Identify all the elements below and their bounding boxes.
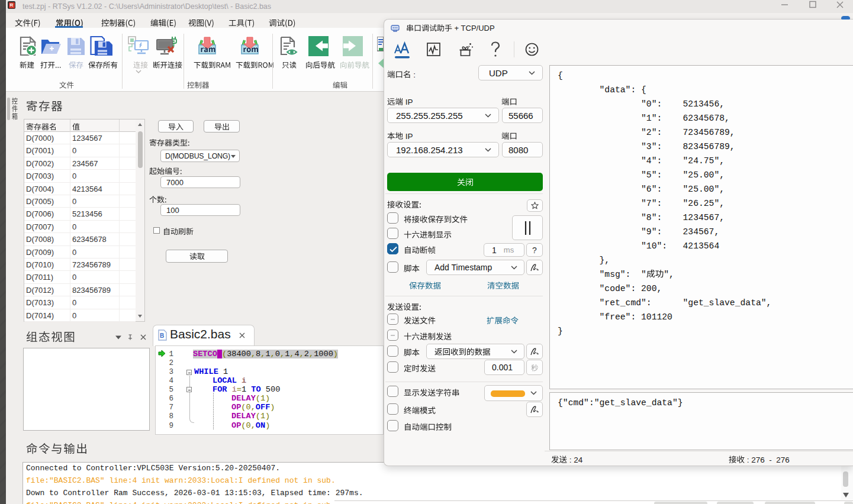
svg-text:B: B xyxy=(160,332,164,339)
